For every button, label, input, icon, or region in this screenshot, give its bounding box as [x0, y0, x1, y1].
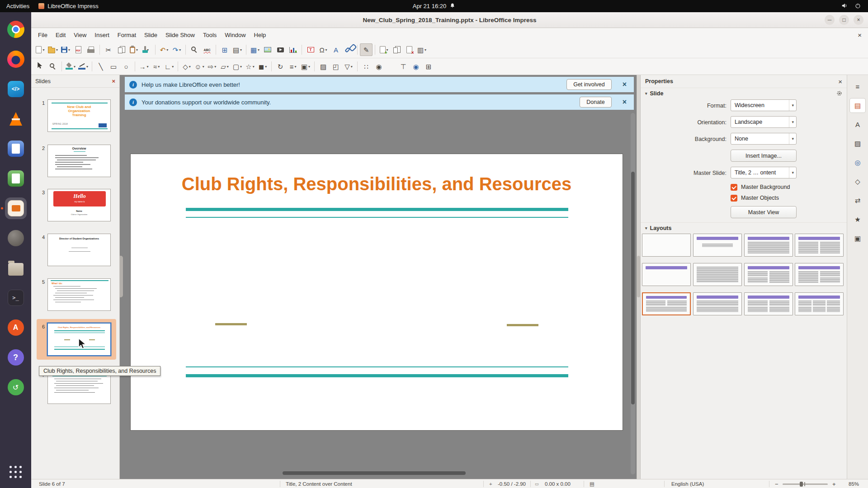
- display-grid-draw-button[interactable]: ⊞: [422, 60, 435, 73]
- dock-libreoffice-calc-icon[interactable]: [5, 168, 27, 189]
- export-pdf-button[interactable]: [72, 43, 85, 56]
- title-bar[interactable]: New_Club_Spring_2018_Training.pptx - Lib…: [31, 12, 868, 28]
- dock-vlc-icon[interactable]: [5, 108, 27, 130]
- layout-title-only[interactable]: [642, 263, 691, 286]
- sidebar-tab-sidebar-settings[interactable]: ≡: [850, 80, 865, 94]
- insert-line-button[interactable]: ╲: [94, 60, 107, 73]
- vertical-scrollbar[interactable]: [631, 113, 635, 474]
- menu-insert[interactable]: Insert: [90, 29, 113, 41]
- menu-slide[interactable]: Slide: [140, 29, 161, 41]
- sidebar-tab-styles[interactable]: A: [850, 117, 865, 131]
- crop-image-button[interactable]: ◰: [330, 60, 342, 73]
- symbol-shapes-button[interactable]: ☺▾: [193, 60, 206, 73]
- slide-thumbnail-5[interactable]: What I do:: [47, 278, 111, 311]
- slide-canvas[interactable]: Club Rights, Responsibilities, and Resou…: [130, 154, 623, 431]
- dock-show-applications-icon[interactable]: [5, 461, 27, 483]
- horizontal-scrollbar-thumb[interactable]: [283, 471, 466, 475]
- menu-slide-show[interactable]: Slide Show: [161, 29, 199, 41]
- title-divider-thin[interactable]: [186, 217, 568, 218]
- zoom-level-indicator[interactable]: 85%: [849, 479, 859, 488]
- menu-tools[interactable]: Tools: [199, 29, 221, 41]
- glue-points-button[interactable]: ◉: [373, 60, 385, 73]
- slide-thumbnail-2[interactable]: Overview: [47, 145, 111, 177]
- menu-edit[interactable]: Edit: [52, 29, 70, 41]
- dock-chrome-icon[interactable]: [5, 19, 27, 40]
- layout-title-content[interactable]: [744, 234, 793, 257]
- stars-banners-button[interactable]: ☆▾: [244, 60, 256, 73]
- panel-collapse-handle-left[interactable]: [120, 256, 123, 297]
- slide-title-text[interactable]: Club Rights, Responsibilities, and Resou…: [131, 174, 623, 194]
- spelling-button[interactable]: ABC: [201, 43, 213, 56]
- lines-and-arrows-button[interactable]: →▾: [137, 60, 150, 73]
- focused-app-indicator[interactable]: LibreOffice Impress: [38, 3, 98, 9]
- vertical-scrollbar-thumb[interactable]: [631, 172, 635, 404]
- title-divider-thick[interactable]: [186, 208, 568, 211]
- curves-polygons-button[interactable]: ≈▾: [150, 60, 163, 73]
- duplicate-slide-button[interactable]: [390, 43, 403, 56]
- banner-close-icon[interactable]: ×: [623, 80, 627, 89]
- new-document-button[interactable]: ▾: [34, 43, 47, 56]
- layout-title-slide[interactable]: [693, 234, 742, 257]
- paste-button[interactable]: ▾: [127, 43, 140, 56]
- image-filter-button[interactable]: ▽▾: [342, 60, 355, 73]
- special-character-button[interactable]: Ω▾: [317, 43, 330, 56]
- maximize-button[interactable]: □: [839, 15, 849, 25]
- slide-thumbnail-7[interactable]: [47, 371, 111, 404]
- display-grid-button[interactable]: ⊞: [218, 43, 231, 56]
- dock-system-monitor-icon[interactable]: ↺: [5, 376, 27, 398]
- system-tray[interactable]: [841, 3, 868, 10]
- zoom-slider[interactable]: [783, 479, 828, 488]
- print-button[interactable]: [85, 43, 97, 56]
- sidebar-splitter[interactable]: [637, 75, 641, 479]
- slide-thumbnail-1[interactable]: New Club and Organization TrainingSPRING…: [47, 99, 111, 132]
- slide-thumbnail-4[interactable]: Director of Student Organizations: [47, 234, 111, 266]
- hyperlink-button[interactable]: [342, 43, 355, 56]
- dock-firefox-icon[interactable]: [5, 48, 27, 70]
- undo-button[interactable]: ↶▾: [158, 43, 170, 56]
- layout-title-6content[interactable]: [795, 292, 844, 315]
- insert-textbox-button[interactable]: T: [304, 43, 317, 56]
- cut-button[interactable]: ✂: [102, 43, 115, 56]
- menu-view[interactable]: View: [70, 29, 90, 41]
- layout-title-content-2content[interactable]: [795, 263, 844, 286]
- sidebar-tab-properties[interactable]: ▤: [850, 99, 865, 113]
- zoom-out-button[interactable]: −: [775, 479, 778, 488]
- activities-button[interactable]: Activities: [6, 3, 29, 9]
- find-replace-button[interactable]: [188, 43, 201, 56]
- layout-title-content-over-content[interactable]: [693, 292, 742, 315]
- fill-color-button[interactable]: ▾: [64, 60, 77, 73]
- horizontal-scrollbar[interactable]: [124, 471, 628, 476]
- sidebar-tab-slide-transition[interactable]: ⇄: [850, 193, 865, 207]
- select-button[interactable]: [34, 60, 47, 73]
- dock-vscode-icon[interactable]: </>: [5, 78, 27, 100]
- layout-centered-text[interactable]: [693, 263, 742, 286]
- language-indicator[interactable]: English (USA): [671, 479, 704, 488]
- menu-window[interactable]: Window: [221, 29, 250, 41]
- dock-gimp-icon[interactable]: [5, 227, 27, 249]
- footer-divider-thick[interactable]: [186, 374, 568, 377]
- fontwork-button[interactable]: A: [330, 43, 342, 56]
- helplines-while-moving-button[interactable]: ⊤: [397, 60, 410, 73]
- banner-close-icon[interactable]: ×: [623, 98, 627, 106]
- clone-formatting-button[interactable]: ▾: [140, 43, 153, 56]
- menu-help[interactable]: Help: [250, 29, 270, 41]
- copy-button[interactable]: [115, 43, 127, 56]
- align-objects-button[interactable]: ≡▾: [287, 60, 299, 73]
- layout-title-4content[interactable]: [744, 292, 793, 315]
- layout-title-2content-content[interactable]: [744, 263, 793, 286]
- snap-to-grid-button[interactable]: ◉: [410, 60, 422, 73]
- redo-button[interactable]: ↷▾: [170, 43, 183, 56]
- insert-image-button[interactable]: [261, 43, 274, 56]
- new-slide-button[interactable]: ▾: [377, 43, 390, 56]
- panel-collapse-handle-right[interactable]: [637, 256, 640, 297]
- dock-libreoffice-impress-icon[interactable]: [5, 197, 27, 219]
- edit-points-button[interactable]: ∷: [360, 60, 373, 73]
- layout-title-2content-over-content[interactable]: [642, 292, 691, 315]
- dock-ubuntu-software-icon[interactable]: A: [5, 317, 27, 338]
- callouts-button[interactable]: ▢▾: [231, 60, 244, 73]
- get-involved-button[interactable]: Get involved: [566, 79, 611, 90]
- slide-thumbnail-3[interactable]: Hellomy name isNameClub or Organization: [47, 189, 111, 221]
- sidebar-tab-gallery[interactable]: ▨: [850, 136, 865, 150]
- zoom-in-button[interactable]: +: [832, 479, 836, 488]
- sidebar-tab-master-slides[interactable]: ▣: [850, 231, 865, 245]
